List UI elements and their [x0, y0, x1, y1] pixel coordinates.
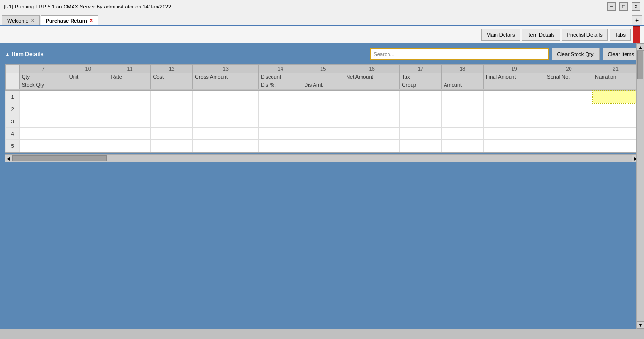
title-bar: [R1] Running ERP 5.1 on CMAX Server By a… [0, 0, 644, 13]
cell-3-7[interactable] [20, 115, 67, 128]
col-num-21: 21 [593, 65, 638, 73]
cell-1-15[interactable] [302, 91, 344, 103]
vertical-scrollbar[interactable]: ▲ ▼ [636, 43, 644, 329]
cell-2-19[interactable] [484, 103, 545, 115]
cell-5-21[interactable] [593, 140, 638, 152]
item-details-button[interactable]: Item Details [522, 29, 560, 41]
cell-2-20[interactable] [545, 103, 593, 115]
cell-5-20[interactable] [545, 140, 593, 152]
cell-3-14[interactable] [259, 115, 302, 128]
horizontal-scrollbar[interactable]: ◀ ▶ [5, 154, 639, 162]
cell-1-10[interactable] [67, 91, 109, 103]
cell-3-19[interactable] [484, 115, 545, 128]
col-num-0 [6, 65, 20, 73]
cell-2-10[interactable] [67, 103, 109, 115]
cell-5-17[interactable] [400, 140, 442, 152]
cell-5-10[interactable] [67, 140, 109, 152]
v-scroll-track[interactable] [637, 51, 644, 321]
cell-2-13[interactable] [193, 103, 259, 115]
tab-purchase-return[interactable]: Purchase Return ✕ [41, 15, 98, 25]
cell-3-11[interactable] [109, 115, 151, 128]
cell-1-17[interactable] [400, 91, 442, 103]
cell-2-7[interactable] [20, 103, 67, 115]
scroll-up-button[interactable]: ▲ [637, 43, 644, 51]
cell-1-18[interactable] [442, 91, 484, 103]
cell-3-15[interactable] [302, 115, 344, 128]
scroll-thumb[interactable] [12, 155, 107, 161]
cell-3-12[interactable] [151, 115, 193, 128]
cell-2-21[interactable] [593, 103, 638, 115]
cell-5-12[interactable] [151, 140, 193, 152]
cell-1-13[interactable] [193, 91, 259, 103]
tab-purchase-return-close[interactable]: ✕ [89, 18, 93, 23]
tab-add-button[interactable]: + [632, 15, 642, 25]
cell-4-15[interactable] [302, 128, 344, 140]
cell-3-10[interactable] [67, 115, 109, 128]
cell-1-11[interactable] [109, 91, 151, 103]
cell-4-16[interactable] [344, 128, 400, 140]
cell-2-18[interactable] [442, 103, 484, 115]
cell-1-21[interactable] [593, 91, 638, 103]
minimize-button[interactable]: ─ [607, 2, 616, 11]
cell-1-14[interactable] [259, 91, 302, 103]
cell-2-14[interactable] [259, 103, 302, 115]
cell-4-19[interactable] [484, 128, 545, 140]
scroll-down-button[interactable]: ▼ [637, 321, 644, 329]
cell-3-16[interactable] [344, 115, 400, 128]
cell-4-14[interactable] [259, 128, 302, 140]
close-button[interactable]: ✕ [632, 2, 640, 11]
search-input[interactable] [370, 48, 549, 60]
tab-welcome[interactable]: Welcome ✕ [2, 15, 40, 25]
cell-5-15[interactable] [302, 140, 344, 152]
cell-4-11[interactable] [109, 128, 151, 140]
cell-5-11[interactable] [109, 140, 151, 152]
tab-welcome-close[interactable]: ✕ [31, 18, 34, 23]
cell-3-17[interactable] [400, 115, 442, 128]
cell-4-20[interactable] [545, 128, 593, 140]
scroll-left-button[interactable]: ◀ [5, 155, 12, 162]
cell-2-11[interactable] [109, 103, 151, 115]
cell-5-19[interactable] [484, 140, 545, 152]
main-details-button[interactable]: Main Details [481, 29, 520, 41]
cell-2-12[interactable] [151, 103, 193, 115]
subh2-tax-amount: Amount [442, 81, 484, 89]
table-row: 1 [6, 91, 639, 103]
subh2-narration [593, 81, 638, 89]
cell-4-13[interactable] [193, 128, 259, 140]
cell-5-14[interactable] [259, 140, 302, 152]
cell-2-17[interactable] [400, 103, 442, 115]
row-num-2: 2 [6, 103, 20, 115]
cell-4-7[interactable] [20, 128, 67, 140]
cell-1-19[interactable] [484, 91, 545, 103]
tabs-button[interactable]: Tabs [610, 29, 631, 41]
cell-5-7[interactable] [20, 140, 67, 152]
cell-1-12[interactable] [151, 91, 193, 103]
cell-4-17[interactable] [400, 128, 442, 140]
clear-stock-qty-button[interactable]: Clear Stock Qty. [552, 48, 599, 60]
clear-items-button[interactable]: Clear Items [603, 48, 639, 60]
cell-4-10[interactable] [67, 128, 109, 140]
cell-4-21[interactable] [593, 128, 638, 140]
cell-5-18[interactable] [442, 140, 484, 152]
cell-1-20[interactable] [545, 91, 593, 103]
subh1-cost: Cost [151, 73, 193, 81]
pricelist-details-button[interactable]: Pricelist Details [562, 29, 608, 41]
maximize-button[interactable]: □ [619, 2, 628, 11]
scroll-track[interactable] [12, 155, 632, 162]
v-scroll-thumb[interactable] [637, 51, 643, 79]
cell-3-20[interactable] [545, 115, 593, 128]
cell-2-16[interactable] [344, 103, 400, 115]
cell-1-7[interactable] [20, 91, 67, 103]
cell-2-15[interactable] [302, 103, 344, 115]
table-body: 1 2 [6, 91, 639, 152]
col-num-11: 11 [109, 65, 151, 73]
main-content: ▲ Item Details Clear Stock Qty. Clear It… [0, 43, 644, 329]
cell-3-18[interactable] [442, 115, 484, 128]
cell-5-13[interactable] [193, 140, 259, 152]
cell-4-18[interactable] [442, 128, 484, 140]
cell-3-21[interactable] [593, 115, 638, 128]
cell-1-16[interactable] [344, 91, 400, 103]
cell-3-13[interactable] [193, 115, 259, 128]
cell-5-16[interactable] [344, 140, 400, 152]
cell-4-12[interactable] [151, 128, 193, 140]
